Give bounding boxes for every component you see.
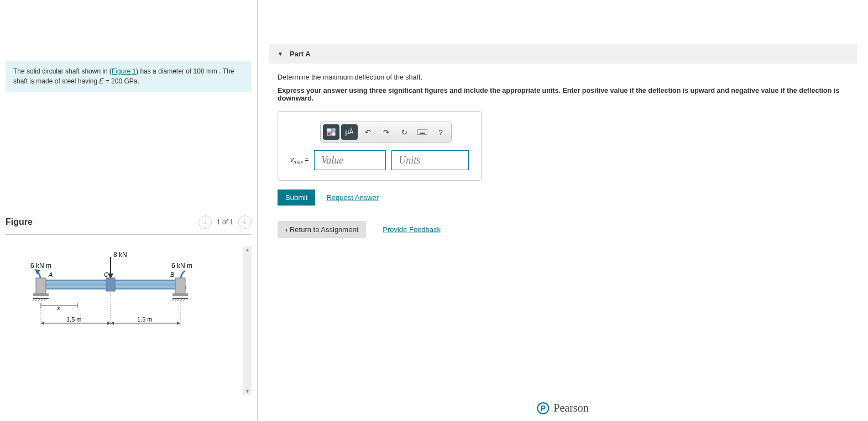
- footer: P Pearson: [537, 402, 588, 414]
- redo-icon[interactable]: ↷: [378, 124, 394, 140]
- answer-toolbar: μÅ ↶ ↷ ↻ ?: [320, 122, 452, 143]
- undo-icon[interactable]: ↶: [359, 124, 376, 140]
- figure-panel: Figure ‹ 1 of 1 › 8 kN: [6, 215, 252, 395]
- prompt-main: Determine the maximum deflection of the …: [278, 73, 848, 81]
- figure-prev-button[interactable]: ‹: [198, 215, 212, 229]
- figure-diagram: 8 kN 6 kN·m 6 kN·m: [6, 246, 243, 395]
- collapse-icon: ▼: [278, 51, 283, 57]
- svg-text:1.5 m: 1.5 m: [137, 316, 153, 323]
- feedback-link[interactable]: Provide Feedback: [383, 225, 441, 234]
- svg-rect-10: [36, 278, 46, 293]
- units-input[interactable]: [391, 150, 469, 170]
- footer-brand: Pearson: [553, 402, 588, 414]
- svg-rect-45: [332, 129, 335, 131]
- figure-next-button[interactable]: ›: [238, 215, 252, 229]
- svg-marker-36: [41, 322, 44, 325]
- part-label: Part A: [290, 50, 311, 58]
- problem-statement: The solid circular shaft shown in (Figur…: [6, 61, 252, 92]
- figure-title: Figure: [6, 217, 33, 227]
- svg-rect-11: [33, 293, 49, 296]
- prompt-instructions: Express your answer using three signific…: [278, 87, 848, 102]
- svg-text:C: C: [104, 271, 108, 278]
- submit-button[interactable]: Submit: [278, 190, 315, 206]
- part-header[interactable]: ▼ Part A: [269, 44, 857, 64]
- svg-rect-18: [175, 278, 185, 293]
- scroll-up-icon[interactable]: ▲: [244, 246, 251, 254]
- help-icon[interactable]: ?: [432, 124, 449, 140]
- svg-text:6 kN·m: 6 kN·m: [30, 262, 51, 270]
- svg-marker-37: [107, 322, 111, 325]
- svg-marker-42: [177, 322, 180, 325]
- svg-rect-9: [106, 278, 115, 291]
- svg-rect-44: [327, 129, 331, 131]
- figure-link[interactable]: Figure 1: [112, 67, 136, 75]
- template-icon[interactable]: [323, 124, 339, 140]
- svg-text:A: A: [48, 271, 53, 278]
- svg-rect-47: [332, 133, 335, 135]
- units-symbol-button[interactable]: μÅ: [341, 124, 358, 140]
- request-answer-link[interactable]: Request Answer: [326, 193, 379, 202]
- scroll-down-icon[interactable]: ▼: [244, 387, 251, 395]
- variable-label: vmax =: [290, 156, 308, 165]
- figure-scrollbar[interactable]: ▲ ▼: [243, 246, 252, 395]
- reset-icon[interactable]: ↻: [396, 124, 412, 140]
- figure-nav-text: 1 of 1: [217, 218, 233, 226]
- svg-text:8 kN: 8 kN: [113, 251, 127, 259]
- keyboard-icon[interactable]: [414, 124, 431, 140]
- svg-text:x: x: [56, 304, 60, 311]
- answer-box: μÅ ↶ ↷ ↻ ? vmax =: [278, 111, 482, 181]
- svg-text:1.5 m: 1.5 m: [66, 316, 82, 323]
- pearson-logo-icon: P: [537, 402, 549, 414]
- svg-text:B: B: [170, 271, 174, 278]
- return-button[interactable]: Return to Assignment: [278, 221, 366, 238]
- svg-text:6 kN·m: 6 kN·m: [171, 262, 192, 270]
- svg-rect-19: [172, 293, 188, 296]
- svg-rect-48: [417, 129, 427, 135]
- svg-marker-41: [111, 322, 114, 325]
- svg-rect-46: [327, 133, 331, 135]
- value-input[interactable]: [314, 150, 386, 170]
